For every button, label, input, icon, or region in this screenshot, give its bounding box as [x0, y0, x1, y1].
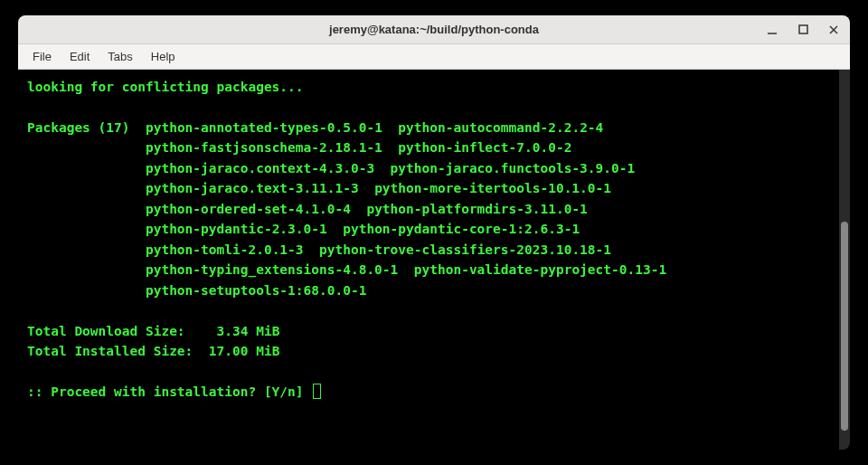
pkg: python-typing_extensions-4.8.0-1: [146, 262, 398, 277]
terminal-area[interactable]: looking for conflicting packages... Pack…: [18, 70, 850, 450]
cursor-icon: [313, 384, 321, 399]
pkg: python-jaraco.text-3.11.1-3: [146, 181, 359, 195]
pkg: python-inflect-7.0.0-2: [398, 140, 571, 155]
terminal-content[interactable]: looking for conflicting packages... Pack…: [18, 70, 839, 450]
maximize-icon[interactable]: [794, 21, 812, 39]
packages-label: Packages (17): [27, 120, 130, 135]
pkg: python-more-itertools-10.1.0-1: [374, 181, 611, 195]
svg-rect-1: [799, 25, 807, 33]
pkg: python-jaraco.context-4.3.0-3: [146, 161, 374, 176]
menu-help[interactable]: Help: [144, 46, 183, 67]
pkg: python-pydantic-2.3.0-1: [146, 222, 327, 236]
terminal-window: jeremy@katana:~/build/python-conda File …: [18, 15, 850, 450]
titlebar: jeremy@katana:~/build/python-conda: [18, 15, 850, 44]
window-controls: [763, 21, 843, 39]
pkg: python-setuptools-1:68.0.0-1: [146, 283, 366, 298]
menu-edit[interactable]: Edit: [62, 46, 97, 67]
download-value: 3.34 MiB: [217, 324, 280, 338]
close-icon[interactable]: [825, 21, 843, 39]
pkg: python-ordered-set-4.1.0-4: [146, 202, 351, 216]
menu-tabs[interactable]: Tabs: [100, 46, 139, 67]
pkg: python-validate-pyproject-0.13-1: [414, 262, 666, 277]
scrollbar[interactable]: [839, 70, 850, 450]
pkg: python-trove-classifiers-2023.10.18-1: [319, 242, 611, 257]
download-label: Total Download Size:: [27, 324, 185, 338]
menu-file[interactable]: File: [25, 46, 59, 67]
pkg: python-platformdirs-3.11.0-1: [366, 202, 587, 216]
pkg: python-tomli-2.0.1-3: [146, 242, 304, 257]
minimize-icon[interactable]: [763, 21, 781, 39]
prompt-line: :: Proceed with installation? [Y/n]: [27, 384, 304, 399]
menubar: File Edit Tabs Help: [18, 44, 850, 70]
installed-value: 17.00 MiB: [209, 344, 280, 358]
scrollbar-thumb[interactable]: [841, 222, 848, 431]
output-looking: looking for conflicting packages...: [27, 80, 304, 94]
pkg: python-pydantic-core-1:2.6.3-1: [343, 222, 580, 236]
pkg: python-jaraco.functools-3.9.0-1: [391, 161, 636, 176]
pkg: python-annotated-types-0.5.0-1: [146, 120, 382, 135]
installed-label: Total Installed Size:: [27, 344, 193, 358]
window-title: jeremy@katana:~/build/python-conda: [329, 23, 539, 36]
pkg: python-fastjsonschema-2.18.1-1: [146, 140, 382, 155]
pkg: python-autocommand-2.2.2-4: [398, 120, 603, 135]
